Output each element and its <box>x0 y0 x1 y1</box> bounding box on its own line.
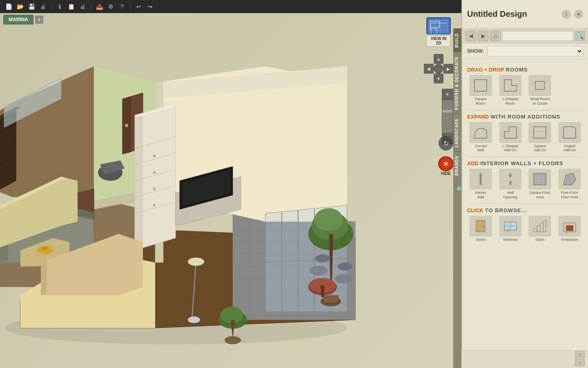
expand-grid: CurvedWall L-ShapedAdd-On SquareAdd-O <box>467 122 583 153</box>
section-interior: ADD INTERIOR WALLS + FLOORS <box>467 160 583 166</box>
panel-home-button[interactable]: ⌂ <box>490 31 501 41</box>
item-lshaped-addon[interactable]: L-ShapedAdd-On <box>497 122 524 153</box>
nav-center-button[interactable]: · <box>434 64 443 74</box>
small-room-label: Small Roomor Closet <box>530 97 550 106</box>
vtab-brands[interactable]: BRANDS <box>453 151 461 180</box>
nav-down-button[interactable]: ▼ <box>434 74 443 83</box>
square-addon-icon <box>529 122 551 143</box>
item-freeform-floor[interactable]: Free-FormFloor Area <box>556 169 584 200</box>
zoom-in-button[interactable]: + <box>442 89 453 100</box>
item-stairs[interactable]: Stairs <box>526 216 554 242</box>
panel-content: DRAG + DROP ROOMS SquareRoom <box>462 59 588 368</box>
export-icon[interactable]: 📤 <box>95 2 104 11</box>
collapse-down-button[interactable]: » <box>575 359 585 366</box>
browse-suffix: TO BROWSE... <box>485 207 527 213</box>
vertical-tabs: BUILD FURNISH & DECORATE LANDSCAPE BRAND… <box>453 29 461 368</box>
open-icon[interactable]: 📂 <box>16 2 24 11</box>
item-angled-addon[interactable]: AngledAdd-On <box>556 122 584 153</box>
scene-background <box>0 13 461 368</box>
sep3 <box>130 3 131 10</box>
blueprint-icon <box>426 17 451 34</box>
item-square-floor[interactable]: Square FloorArea <box>526 169 554 200</box>
item-lshaped-room[interactable]: L-ShapedRoom <box>497 75 524 106</box>
svg-rect-106 <box>534 127 546 138</box>
panel-search-button[interactable]: 🔍 <box>575 31 585 41</box>
section-drag-drop: DRAG + DROP ROOMS <box>467 67 583 73</box>
nav-right-button[interactable]: ▶ <box>443 64 453 74</box>
vtab-furnish[interactable]: FURNISH & DECORATE <box>453 52 461 114</box>
stairs-label: Stairs <box>535 238 545 242</box>
freeform-floor-icon <box>559 169 581 189</box>
undo-icon[interactable]: ↩ <box>134 2 143 11</box>
collapse-up-button[interactable]: « <box>575 351 585 358</box>
navigation-controls: ▲ ◀ · ▶ ▼ <box>424 54 453 83</box>
item-small-room[interactable]: Small Roomor Closet <box>526 75 554 106</box>
hide-icon: ✕ <box>438 156 454 171</box>
nav-ring: ▲ ◀ · ▶ ▼ <box>424 54 453 83</box>
help-icon[interactable]: ? <box>118 2 127 11</box>
svg-point-130 <box>536 230 539 232</box>
svg-point-134 <box>566 231 568 233</box>
item-square-room[interactable]: SquareRoom <box>467 75 494 106</box>
svg-point-121 <box>477 230 479 232</box>
divider3 <box>467 204 583 204</box>
new-icon[interactable]: 📄 <box>4 2 13 11</box>
svg-rect-102 <box>474 80 487 91</box>
info-icon[interactable]: ℹ <box>55 2 64 11</box>
nav-up-button[interactable]: ▲ <box>434 54 443 64</box>
panel-title: Untitled Design <box>467 9 527 19</box>
wall-opening-icon <box>499 169 521 189</box>
settings-icon[interactable]: ⚙ <box>106 2 115 11</box>
panel-back-button[interactable]: ◀ <box>466 31 476 41</box>
panel-info-button[interactable]: i <box>562 10 571 19</box>
zoom-track[interactable] <box>442 100 453 133</box>
right-panel: Untitled Design i ✕ ◀ ▶ ⌂ 🔍 SHOW: Square… <box>461 0 588 368</box>
nav-left-button[interactable]: ◀ <box>424 64 434 74</box>
vtab-build[interactable]: BUILD <box>453 29 461 52</box>
show-label: SHOW: <box>467 48 484 54</box>
hide-label: HIDE <box>441 171 451 176</box>
lshaped-addon-label: L-ShapedAdd-On <box>502 144 518 153</box>
show-row: SHOW: Square Room FURNITURE ALL <box>462 43 588 59</box>
vtab-search[interactable]: 🔍 <box>453 180 461 194</box>
pages-icon[interactable]: 📋 <box>67 2 76 11</box>
view-in-2d-button[interactable]: VIEW IN 2D <box>424 17 453 47</box>
svg-rect-112 <box>534 173 546 185</box>
print-icon[interactable]: 🖨 <box>38 2 47 11</box>
square-floor-label: Square FloorArea <box>529 191 550 200</box>
item-doors[interactable]: Doors <box>467 216 494 242</box>
divider1 <box>467 110 583 110</box>
panel-forward-button[interactable]: ▶ <box>478 31 488 41</box>
panel-search-input[interactable] <box>502 31 573 41</box>
save-icon[interactable]: 💾 <box>27 2 36 11</box>
canvas-area: VIEW IN 2D ▲ ◀ · ▶ ▼ + − ↻ ✕ HIDE <box>0 13 461 368</box>
item-fireplaces[interactable]: Fireplaces <box>556 216 584 242</box>
item-square-addon[interactable]: SquareAdd-On <box>526 122 554 153</box>
rotate-button[interactable]: ↻ <box>439 136 453 150</box>
item-wall-opening[interactable]: WallOpening <box>497 169 524 200</box>
lshaped-room-icon <box>499 75 521 96</box>
hide-button[interactable]: ✕ HIDE <box>436 156 456 176</box>
zoom-thumb[interactable] <box>442 110 453 112</box>
svg-point-120 <box>483 226 484 227</box>
item-interior-wall[interactable]: InteriorWall <box>467 169 494 200</box>
tab-marina[interactable]: MARINA <box>3 15 33 25</box>
view2d-label: VIEW IN 2D <box>426 35 451 47</box>
drag-drop-grid: SquareRoom L-ShapedRoom Small Roomor <box>467 75 583 106</box>
item-windows[interactable]: Windows <box>497 216 524 242</box>
svg-rect-104 <box>535 81 544 90</box>
item-curved-wall[interactable]: CurvedWall <box>467 122 494 153</box>
svg-marker-117 <box>564 173 576 185</box>
panel-close-button[interactable]: ✕ <box>574 10 583 19</box>
stairs-icon <box>529 216 551 236</box>
sep2 <box>91 3 91 10</box>
svg-marker-103 <box>504 80 517 91</box>
show-select[interactable]: Square Room FURNITURE ALL <box>487 46 583 56</box>
drag-drop-prefix: DRAG + DROP <box>467 67 504 73</box>
add-tab-button[interactable]: + <box>35 16 43 24</box>
print2-icon[interactable]: 🖨 <box>78 2 87 11</box>
section-browse: CLICK TO BROWSE... <box>467 207 583 213</box>
redo-icon[interactable]: ↪ <box>146 2 155 11</box>
vtab-landscape[interactable]: LANDSCAPE <box>453 114 461 151</box>
panel-header: Untitled Design i ✕ <box>462 0 588 29</box>
